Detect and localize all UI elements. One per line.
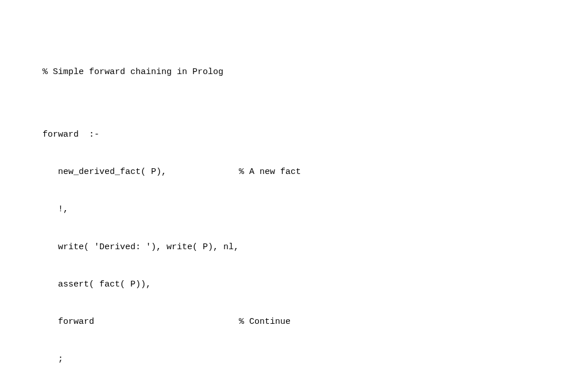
code-comment: % Continue: [239, 316, 291, 328]
code-line: forward :-: [42, 129, 571, 141]
code-line: assert( fact( P)),: [42, 278, 571, 291]
code-line: !,: [42, 203, 571, 216]
code-text: forward: [42, 316, 239, 328]
code-text: % Simple forward chaining in Prolog: [42, 66, 223, 79]
code-page: % Simple forward chaining in Prolog forw…: [0, 0, 588, 391]
code-line: % Simple forward chaining in Prolog: [42, 66, 571, 79]
code-text: new_derived_fact( P),: [42, 166, 239, 179]
code-line: new_derived_fact( P), % A new fact: [42, 166, 571, 179]
code-text: forward :-: [42, 129, 99, 141]
code-line: forward % Continue: [42, 316, 571, 328]
code-text: !,: [42, 203, 68, 216]
code-text: ;: [42, 353, 63, 366]
prolog-code-block: % Simple forward chaining in Prolog forw…: [42, 41, 571, 392]
code-text: write( 'Derived: '), write( P), nl,: [42, 241, 239, 254]
code-line: write( 'Derived: '), write( P), nl,: [42, 241, 571, 254]
code-line: ;: [42, 353, 571, 366]
code-comment: % A new fact: [239, 166, 301, 179]
code-text: assert( fact( P)),: [42, 278, 151, 291]
